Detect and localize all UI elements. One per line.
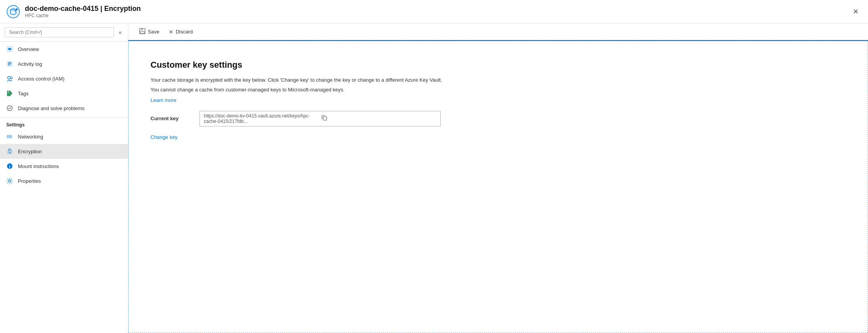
sidebar-item-activity-log[interactable]: Activity log (0, 56, 128, 71)
save-label: Save (148, 29, 159, 35)
svg-rect-24 (140, 32, 144, 33)
properties-icon (6, 177, 13, 184)
collapse-button[interactable]: « (117, 28, 123, 37)
sidebar: « Overview Activity log (0, 23, 128, 333)
current-key-label: Current key (150, 116, 193, 121)
sidebar-item-label: Networking (18, 134, 43, 140)
access-control-icon (6, 75, 13, 82)
search-bar: « (0, 23, 128, 42)
content-area: Customer key settings Your cache storage… (128, 41, 868, 333)
svg-rect-25 (323, 117, 327, 120)
svg-point-21 (9, 180, 11, 182)
current-key-row: Current key https://doc-demo-kv-0415.vau… (150, 111, 846, 126)
sidebar-navigation: Overview Activity log Access control (IA… (0, 42, 128, 333)
encryption-icon (6, 148, 13, 155)
description-line1: Your cache storage is encrypted with the… (150, 76, 846, 84)
mount-instructions-icon: i (6, 163, 13, 170)
toolbar: Save ✕ Discard (128, 23, 868, 41)
current-key-value-box: https://doc-demo-kv-0415.vault.azure.net… (200, 111, 441, 126)
sidebar-item-label: Encryption (18, 149, 42, 154)
svg-text:i: i (9, 164, 10, 169)
copy-icon[interactable] (322, 115, 436, 122)
sidebar-item-networking[interactable]: Networking (0, 129, 128, 144)
discard-button[interactable]: ✕ Discard (164, 26, 198, 37)
save-icon (139, 28, 145, 35)
svg-point-2 (16, 8, 18, 10)
diagnose-icon (6, 105, 13, 112)
tags-icon (6, 90, 13, 97)
svg-point-18 (9, 152, 10, 153)
sidebar-item-label: Access control (IAM) (18, 76, 65, 82)
sidebar-item-label: Activity log (18, 61, 42, 67)
sidebar-item-properties[interactable]: Properties (0, 174, 128, 188)
learn-more-link[interactable]: Learn more (150, 97, 176, 103)
title-bar: doc-demo-cache-0415 | Encryption HPC cac… (0, 0, 868, 23)
description-line2: You cannot change a cache from customer-… (150, 86, 846, 94)
svg-point-8 (8, 77, 10, 79)
page-body: Customer key settings Your cache storage… (138, 49, 858, 151)
sidebar-item-overview[interactable]: Overview (0, 42, 128, 56)
sidebar-item-label: Mount instructions (18, 163, 59, 169)
search-input[interactable] (5, 27, 114, 37)
svg-rect-23 (141, 28, 143, 30)
discard-icon: ✕ (169, 29, 173, 35)
sidebar-item-label: Tags (18, 91, 28, 96)
svg-point-11 (8, 91, 9, 93)
sidebar-item-mount-instructions[interactable]: i Mount instructions (0, 159, 128, 174)
networking-icon (6, 133, 13, 140)
svg-rect-13 (7, 135, 13, 138)
page-subtitle: HPC cache (25, 13, 141, 18)
app-layout: « Overview Activity log (0, 23, 868, 333)
hpc-cache-icon (6, 5, 20, 19)
svg-point-0 (7, 5, 19, 18)
overview-icon (6, 46, 13, 53)
change-key-link[interactable]: Change key (150, 134, 177, 140)
customer-key-settings-title: Customer key settings (150, 60, 846, 70)
discard-label: Discard (176, 29, 193, 35)
sidebar-item-access-control[interactable]: Access control (IAM) (0, 71, 128, 86)
settings-section-title: Settings (0, 117, 128, 129)
current-key-value: https://doc-demo-kv-0415.vault.azure.net… (204, 113, 318, 124)
main-content: Save ✕ Discard Customer key settings You… (128, 23, 868, 333)
sidebar-item-diagnose[interactable]: Diagnose and solve problems (0, 101, 128, 116)
sidebar-item-label: Overview (18, 46, 39, 52)
page-title-header: doc-demo-cache-0415 | Encryption (25, 5, 141, 13)
activity-log-icon (6, 60, 13, 67)
sidebar-item-label: Diagnose and solve problems (18, 105, 84, 111)
save-button[interactable]: Save (135, 26, 164, 38)
svg-marker-10 (7, 91, 12, 96)
sidebar-item-encryption[interactable]: Encryption (0, 144, 128, 159)
sidebar-item-label: Properties (18, 178, 41, 184)
close-button[interactable]: ✕ (850, 6, 862, 18)
sidebar-item-tags[interactable]: Tags (0, 86, 128, 101)
title-bar-left: doc-demo-cache-0415 | Encryption HPC cac… (6, 5, 141, 19)
title-text: doc-demo-cache-0415 | Encryption HPC cac… (25, 5, 141, 18)
